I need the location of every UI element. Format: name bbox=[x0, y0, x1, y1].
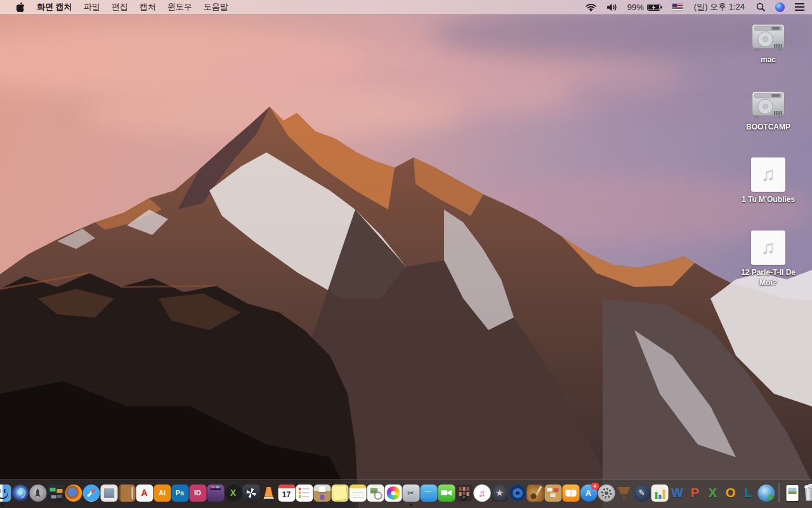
outlook-dock-icon[interactable]: O bbox=[722, 485, 739, 502]
menu-item-0[interactable]: 파일 bbox=[78, 1, 106, 13]
apple-menu[interactable] bbox=[11, 0, 30, 14]
notes-dock-icon[interactable] bbox=[349, 485, 366, 502]
photos-dock-icon[interactable] bbox=[384, 485, 402, 502]
app-store-dock-icon[interactable]: A4 bbox=[580, 485, 597, 502]
screen-capture-grab-dock-icon[interactable]: ✂ bbox=[402, 485, 419, 502]
pages-glyph: ✎ bbox=[638, 489, 645, 497]
wifi-menu-extra[interactable] bbox=[580, 0, 601, 14]
reminders-dock-icon[interactable] bbox=[296, 485, 313, 502]
archive-utility-dock-icon[interactable] bbox=[313, 485, 331, 502]
imovie-dock-icon[interactable]: ★ bbox=[491, 485, 508, 502]
siri-dock-icon[interactable] bbox=[11, 485, 29, 502]
x-sphere-app-dock-icon[interactable]: X bbox=[225, 485, 242, 502]
ibooks-dock-icon[interactable] bbox=[562, 485, 579, 502]
hard-drive-icon bbox=[750, 23, 787, 52]
menu-items: 파일편집캡처윈도우도움말 bbox=[78, 1, 234, 13]
system-preferences-dock-icon[interactable] bbox=[598, 485, 615, 502]
wifi-icon bbox=[586, 3, 596, 11]
lync-dock-icon[interactable]: L bbox=[740, 485, 757, 502]
trash-dock-icon[interactable] bbox=[801, 485, 812, 502]
facetime-dock-icon[interactable] bbox=[438, 485, 455, 502]
menu-bar: 화면 캡처 파일편집캡처윈도우도움말 bbox=[0, 0, 812, 15]
illustrator-dock-icon[interactable]: Ai bbox=[154, 485, 171, 502]
audio-file-icon: ♫ bbox=[751, 231, 785, 265]
menu-item-2[interactable]: 캡처 bbox=[134, 1, 162, 13]
stickies-dock-icon[interactable] bbox=[331, 485, 348, 502]
notification-center-menu-extra[interactable] bbox=[790, 0, 812, 14]
audio-file-1[interactable]: ♫1 Tu M'Oublies bbox=[733, 157, 803, 204]
keynote-dock-icon[interactable] bbox=[615, 485, 632, 502]
siri-icon bbox=[775, 3, 785, 12]
spotlight-menu-extra[interactable] bbox=[751, 0, 770, 14]
input-source-menu-extra[interactable] bbox=[667, 0, 688, 14]
fan-drive-utility-dock-icon[interactable] bbox=[242, 485, 259, 502]
menu-item-4[interactable]: 도움말 bbox=[198, 1, 234, 13]
document-stack-dock-icon[interactable] bbox=[783, 485, 801, 502]
imovie-glyph: ★ bbox=[495, 488, 504, 497]
safari-dock-icon[interactable] bbox=[82, 485, 100, 502]
excel-glyph: X bbox=[709, 486, 717, 499]
word-glyph: W bbox=[671, 486, 683, 499]
photoshop-dock-icon[interactable]: Ps bbox=[171, 485, 188, 502]
numbers-dock-icon[interactable] bbox=[651, 485, 668, 502]
outlook-glyph: O bbox=[726, 486, 736, 499]
volume-bootcamp[interactable]: BOOTCAMP bbox=[733, 90, 803, 132]
volume-mac[interactable]: mac bbox=[733, 23, 803, 65]
menu-item-3[interactable]: 윈도우 bbox=[162, 1, 198, 13]
toast-titanium-dock-icon[interactable] bbox=[207, 485, 224, 502]
siri-menu-extra[interactable] bbox=[770, 0, 790, 14]
finder-dock-icon[interactable] bbox=[0, 485, 11, 502]
music-note-icon: ♫ bbox=[761, 165, 776, 184]
menu-bar-status-area: 99% (일) 오후 1:24 bbox=[580, 0, 812, 14]
dock: AAiPsIDX17✂···♫★A4✎WPXOL bbox=[0, 479, 812, 508]
contacts-dock-icon[interactable] bbox=[118, 485, 135, 502]
acrobat-reader-dock-icon[interactable]: A bbox=[136, 485, 153, 502]
vlc-dock-icon[interactable] bbox=[260, 485, 277, 502]
launchpad-dock-icon[interactable] bbox=[29, 485, 46, 502]
scrapbook-kit-dock-icon[interactable] bbox=[544, 485, 561, 502]
word-dock-icon[interactable]: W bbox=[669, 485, 686, 502]
calendar-glyph: 17 bbox=[282, 491, 291, 498]
photo-booth-dock-icon[interactable] bbox=[455, 485, 473, 502]
menu-item-1[interactable]: 편집 bbox=[106, 1, 134, 13]
preview-dock-icon[interactable] bbox=[367, 485, 384, 502]
firefox-dock-icon[interactable] bbox=[65, 485, 82, 502]
audio-file-icon: ♫ bbox=[751, 157, 785, 192]
illustrator-glyph: Ai bbox=[159, 490, 166, 497]
download-globe-dock-icon[interactable] bbox=[757, 485, 775, 502]
desktop: mac BOOTCAMP♫1 Tu M'Oublies♫12 Parle-T-I… bbox=[0, 0, 812, 508]
lync-glyph: L bbox=[744, 486, 752, 499]
battery-percent: 99% bbox=[627, 3, 644, 12]
active-app-menu[interactable]: 화면 캡처 bbox=[31, 1, 78, 13]
dvd-player-dock-icon[interactable] bbox=[509, 485, 526, 502]
messages-dock-icon[interactable]: ··· bbox=[420, 485, 437, 502]
indesign-dock-icon[interactable]: ID bbox=[189, 485, 206, 502]
audio-file-2[interactable]: ♫12 Parle-T-Il De Moi? bbox=[733, 231, 803, 288]
dock-divider bbox=[779, 483, 780, 502]
calendar-dock-icon[interactable]: 17 bbox=[278, 485, 295, 502]
photoshop-glyph: Ps bbox=[176, 490, 184, 497]
itunes-glyph: ♫ bbox=[478, 488, 485, 498]
wallpaper-sierra-mountains bbox=[0, 0, 812, 508]
music-note-icon: ♫ bbox=[761, 238, 776, 257]
mission-control-dock-icon[interactable] bbox=[47, 485, 64, 502]
itunes-dock-icon[interactable]: ♫ bbox=[473, 485, 490, 502]
apple-logo-icon bbox=[16, 2, 25, 12]
powerpoint-glyph: P bbox=[691, 486, 699, 499]
excel-dock-icon[interactable]: X bbox=[704, 485, 721, 502]
screen-capture-grab-glyph: ✂ bbox=[407, 489, 414, 497]
messages-glyph: ··· bbox=[425, 489, 433, 495]
finder-running-indicator bbox=[1, 504, 4, 506]
pages-dock-icon[interactable]: ✎ bbox=[633, 485, 650, 502]
garageband-dock-icon[interactable] bbox=[527, 485, 544, 502]
clock-menu-extra[interactable]: (일) 오후 1:24 bbox=[688, 0, 751, 14]
volume-menu-extra[interactable] bbox=[601, 0, 622, 14]
indesign-glyph: ID bbox=[194, 490, 201, 497]
mail-dock-icon[interactable] bbox=[100, 485, 117, 502]
battery-menu-extra[interactable]: 99% bbox=[622, 0, 667, 14]
audio-file-2-label: 12 Parle-T-Il De Moi? bbox=[733, 267, 803, 288]
app-store-badge: 4 bbox=[591, 483, 599, 490]
powerpoint-dock-icon[interactable]: P bbox=[686, 485, 704, 502]
audio-file-1-label: 1 Tu M'Oublies bbox=[733, 194, 803, 204]
battery-charging-icon bbox=[647, 4, 662, 11]
